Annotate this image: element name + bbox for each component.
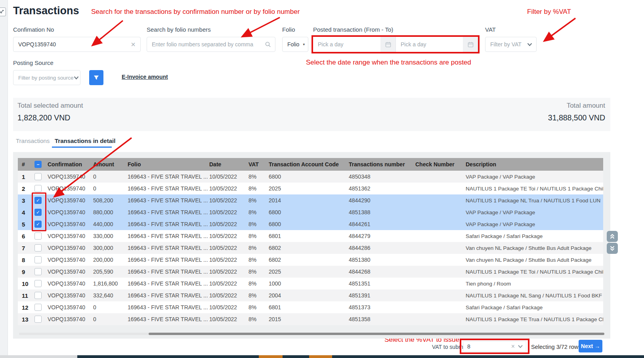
row-checkbox[interactable] xyxy=(34,185,42,192)
confirmation-label: Confimation No xyxy=(13,26,54,33)
bottom-edge-strip xyxy=(332,355,644,358)
tab-transactions-in-detail[interactable]: Transactions in detail xyxy=(55,137,115,144)
next-button-label: Next xyxy=(581,343,593,349)
table-row[interactable]: 8 VOPQ1359740 200,000 169643 - FIVE STAR… xyxy=(18,254,603,266)
date-from-input[interactable]: Pick a day xyxy=(313,37,396,52)
posted-transaction-label: Posted transaction (From - To) xyxy=(313,26,393,33)
row-checkbox[interactable] xyxy=(34,304,42,311)
apply-filter-button[interactable] xyxy=(89,70,103,85)
scroll-to-bottom-button[interactable] xyxy=(607,243,618,254)
selecting-rows-status: Selecting 3/72 rows xyxy=(531,344,581,350)
vat-select-highlight xyxy=(460,339,529,354)
total-selected-label: Total selected amount xyxy=(17,102,83,110)
col-select-all: – xyxy=(31,161,48,168)
col-vat: VAT xyxy=(248,161,269,168)
col-account-code: Transaction Account Code xyxy=(269,161,349,168)
table-row[interactable]: 2 VOPQ1359740 0 169643 - FIVE STAR TRAVE… xyxy=(18,183,603,194)
posting-source-label: Posting Source xyxy=(13,59,54,66)
folio-dropdown[interactable]: Folio ▾ xyxy=(282,37,308,52)
summary-band: Total selected amount 1,828,200 VND Tota… xyxy=(13,98,610,131)
table-row[interactable]: 7 VOPQ1359740 300,000 169643 - FIVE STAR… xyxy=(18,242,603,254)
confirmation-input-wrap: × xyxy=(13,37,141,52)
col-folio: Folio xyxy=(128,161,209,168)
bottom-edge-strip xyxy=(309,355,332,358)
window-left-strip xyxy=(0,0,8,355)
row-checkbox[interactable] xyxy=(34,316,42,323)
transactions-page: Transactions Search for the transactions… xyxy=(0,0,644,358)
col-transactions-number: Transactions number xyxy=(349,161,415,168)
chevron-down-icon xyxy=(74,76,79,80)
row-checkbox[interactable] xyxy=(34,232,42,240)
checkbox-selection-highlight xyxy=(32,192,46,231)
annotation-vat-filter-hint: Filter by %VAT xyxy=(527,8,571,16)
vat-filter-placeholder: Filter by VAT xyxy=(485,41,522,48)
calendar-icon[interactable] xyxy=(463,37,478,52)
col-check-number: Check Number xyxy=(415,161,466,168)
search-icon xyxy=(265,41,271,48)
clear-confirmation-icon[interactable]: × xyxy=(131,40,136,48)
folio-search-label: Search by folio numbers xyxy=(147,26,211,33)
table-row[interactable]: 3 ✓ VOPQ1359740 508,200 169643 - FIVE ST… xyxy=(18,194,603,206)
scroll-to-top-button[interactable] xyxy=(607,231,618,242)
bottom-edge-strip xyxy=(259,355,283,358)
table-row[interactable]: 9 VOPQ1359740 205,590 169643 - FIVE STAR… xyxy=(18,266,603,278)
table-row[interactable]: 13 VOPQ1359740 0 169643 - FIVE STAR TRAV… xyxy=(18,313,603,325)
arrow-right-icon: → xyxy=(594,343,600,349)
next-button[interactable]: Next → xyxy=(579,340,602,352)
total-amount-label: Total amount xyxy=(548,102,605,110)
folio-search-input[interactable] xyxy=(147,41,265,48)
bottom-edge-strip xyxy=(0,355,77,358)
table-row[interactable]: 10 VOPQ1359740 1,816,800 169643 - FIVE S… xyxy=(18,278,603,289)
col-confirmation: Confirmation xyxy=(48,161,93,168)
select-all-checkbox[interactable]: – xyxy=(34,161,42,168)
chevron-down-icon xyxy=(527,43,532,46)
posting-source-placeholder: Filter by posting source xyxy=(13,75,74,81)
double-chevron-down-icon xyxy=(609,245,615,251)
total-amount-value: 31,888,500 VND xyxy=(548,113,605,122)
row-checkbox[interactable] xyxy=(34,244,42,251)
total-selected-value: 1,828,200 VND xyxy=(17,113,83,122)
einvoice-amount-link[interactable]: E-Invoice amount xyxy=(122,74,168,80)
transactions-table-container: # – Confirmation Amount Folio Date VAT T… xyxy=(13,152,610,339)
row-checkbox[interactable] xyxy=(34,173,42,180)
posted-date-range-highlight: Pick a day Pick a day xyxy=(311,35,480,53)
date-to-input[interactable]: Pick a day xyxy=(396,37,478,52)
transactions-table: # – Confirmation Amount Folio Date VAT T… xyxy=(18,158,603,325)
bottom-edge-strip xyxy=(77,355,259,358)
folio-dropdown-caret-icon: ▾ xyxy=(303,42,305,46)
col-amount: Amount xyxy=(93,161,128,168)
diagonal-arrow-icon xyxy=(0,10,4,14)
funnel-icon xyxy=(94,75,99,80)
confirmation-input[interactable] xyxy=(13,41,131,48)
table-row[interactable]: 6 VOPQ1359740 330,000 169643 - FIVE STAR… xyxy=(18,230,603,242)
table-row[interactable]: 11 VOPQ1359740 332,640 169643 - FIVE STA… xyxy=(18,289,603,301)
annotation-search-hint: Search for the transactions by confirmat… xyxy=(91,8,300,16)
folio-search-input-wrap xyxy=(147,37,275,52)
col-index: # xyxy=(18,161,31,168)
row-checkbox[interactable] xyxy=(34,280,42,287)
active-tab-underline xyxy=(52,147,112,148)
folio-label: Folio xyxy=(282,26,295,33)
page-title: Transactions xyxy=(13,5,79,17)
date-to-placeholder: Pick a day xyxy=(396,41,426,48)
row-checkbox[interactable] xyxy=(34,268,42,275)
calendar-icon[interactable] xyxy=(380,37,396,52)
table-row[interactable]: 1 VOPQ1359740 0 169643 - FIVE STAR TRAVE… xyxy=(18,171,603,183)
table-row[interactable]: 12 VOPQ1359740 0 169643 - FIVE STAR TRAV… xyxy=(18,301,603,313)
annotation-date-range-hint: Select the date range when the transacti… xyxy=(306,59,471,67)
posting-source-dropdown[interactable]: Filter by posting source xyxy=(13,70,80,85)
double-chevron-up-icon xyxy=(609,233,615,240)
collapse-panel-button[interactable] xyxy=(0,8,6,16)
date-from-placeholder: Pick a day xyxy=(313,41,344,48)
table-row[interactable]: 5 ✓ VOPQ1359740 440,000 169643 - FIVE ST… xyxy=(18,218,603,230)
vat-filter-dropdown[interactable]: Filter by VAT xyxy=(485,37,537,52)
row-checkbox[interactable] xyxy=(34,256,42,263)
table-body: 1 VOPQ1359740 0 169643 - FIVE STAR TRAVE… xyxy=(18,171,603,325)
col-date: Date xyxy=(209,161,248,168)
horizontal-scrollbar-thumb[interactable] xyxy=(149,333,604,335)
row-checkbox[interactable] xyxy=(34,292,42,299)
table-row[interactable]: 4 ✓ VOPQ1359740 880,000 169643 - FIVE ST… xyxy=(18,206,603,218)
tab-transactions[interactable]: Transactions xyxy=(16,137,50,144)
folio-dropdown-value: Folio xyxy=(283,41,299,48)
table-header-row: # – Confirmation Amount Folio Date VAT T… xyxy=(18,158,603,171)
